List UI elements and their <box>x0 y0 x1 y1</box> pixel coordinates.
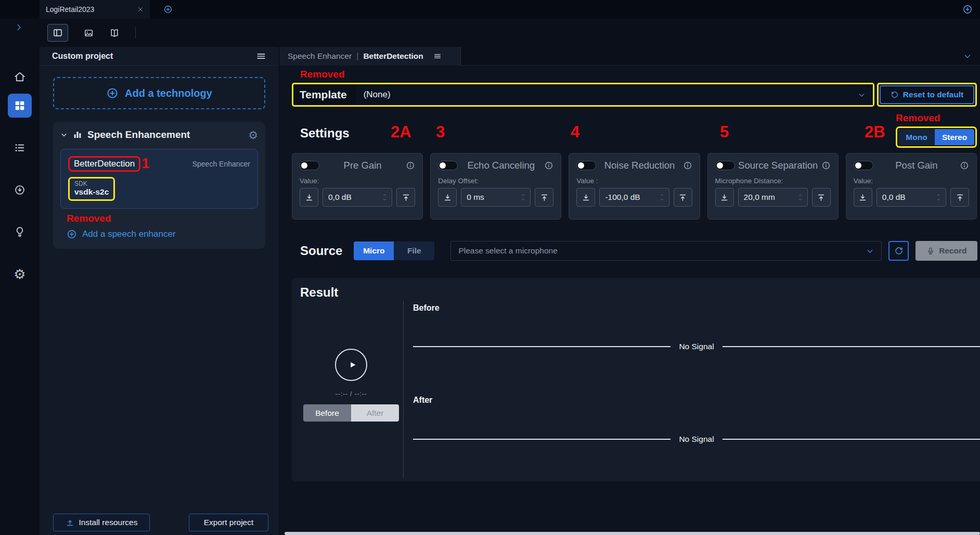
chevron-down-icon[interactable] <box>520 198 526 201</box>
chevron-down-icon[interactable] <box>936 198 942 201</box>
add-speech-enhancer-button[interactable]: Add a speech enhancer <box>67 229 176 239</box>
nav-rail: ⚙ <box>0 19 40 535</box>
expand-rail-icon[interactable] <box>15 23 23 31</box>
import-icon <box>582 193 590 202</box>
import-value-button[interactable] <box>576 188 595 207</box>
export-value-button[interactable] <box>396 188 415 207</box>
export-project-label: Export project <box>204 518 254 527</box>
post-gain-enable-toggle[interactable] <box>854 161 873 170</box>
nav-tips[interactable] <box>14 226 25 237</box>
refresh-icon <box>894 246 904 256</box>
annotation-marker-3: 3 <box>436 123 445 142</box>
source-separation-enable-toggle[interactable] <box>715 161 735 170</box>
play-button[interactable] <box>335 349 367 381</box>
reset-icon <box>891 91 899 99</box>
value-stepper[interactable] <box>381 193 389 201</box>
info-icon[interactable] <box>406 161 415 170</box>
microphone-select[interactable]: Please select a microphone <box>450 241 882 261</box>
import-value-button[interactable] <box>438 188 457 207</box>
source-title: Source <box>300 244 342 258</box>
chevron-down-icon[interactable] <box>797 198 803 201</box>
import-icon <box>443 193 452 202</box>
speech-enhancement-group: Speech Enhancement ⚙ BetterDetection 1 S… <box>53 122 265 249</box>
enhancer-item-card[interactable]: BetterDetection 1 Speech Enhancer SDK vs… <box>60 149 258 209</box>
chevron-up-icon[interactable] <box>520 193 526 197</box>
documentation-button[interactable] <box>109 28 120 38</box>
after-waveform: No Signal <box>413 435 980 444</box>
chevron-down-icon[interactable] <box>382 198 388 201</box>
play-icon <box>346 359 358 371</box>
refresh-devices-button[interactable] <box>888 241 909 261</box>
install-resources-button[interactable]: Install resources <box>53 514 150 531</box>
settings-card-pre-gain: Pre Gain Value: 0,0 dB <box>292 153 423 220</box>
value-input[interactable]: -100,0 dB <box>599 188 669 207</box>
nav-playlist[interactable] <box>14 142 25 154</box>
editor-tab[interactable]: Speech Enhancer | BetterDetection <box>279 47 461 66</box>
chevron-up-icon[interactable] <box>659 193 665 197</box>
horizontal-scrollbar[interactable] <box>285 532 980 535</box>
after-waveform-label: After <box>413 396 980 405</box>
chevron-up-icon[interactable] <box>382 193 388 197</box>
settings-card-echo-canceling: Echo Canceling Delay Offset: 0 ms <box>430 153 561 220</box>
info-icon[interactable] <box>821 161 831 170</box>
value-stepper[interactable] <box>796 193 804 201</box>
signal-line <box>413 346 670 347</box>
new-tab-icon[interactable] <box>163 5 173 14</box>
echo-canceling-enable-toggle[interactable] <box>438 161 458 170</box>
record-button[interactable]: Record <box>915 241 977 261</box>
nav-home[interactable] <box>14 71 26 83</box>
before-view-button[interactable]: Before <box>303 404 351 422</box>
result-title: Result <box>300 285 980 300</box>
close-tab-icon[interactable] <box>137 6 144 12</box>
import-value-button[interactable] <box>715 188 734 207</box>
annotation-removed-channel: Removed <box>896 112 940 124</box>
microphone-select-placeholder: Please select a microphone <box>458 246 557 256</box>
chevron-up-icon[interactable] <box>797 193 803 197</box>
after-view-button[interactable]: After <box>351 404 399 422</box>
pre-gain-enable-toggle[interactable] <box>300 161 319 170</box>
export-project-button[interactable]: Export project <box>189 514 268 531</box>
reset-to-default-button[interactable]: Reset to default <box>880 85 974 104</box>
download-icon[interactable] <box>962 4 973 15</box>
nav-downloads[interactable] <box>14 184 25 196</box>
source-file-button[interactable]: File <box>394 241 434 260</box>
annotation-red-box: BetterDetection <box>68 156 140 172</box>
info-icon[interactable] <box>544 161 553 170</box>
add-technology-button[interactable]: Add a technology <box>53 77 265 109</box>
value-input[interactable]: 0,0 dB <box>323 188 392 207</box>
import-value-button[interactable] <box>300 188 318 207</box>
panel-toggle-button[interactable] <box>47 24 68 42</box>
value-stepper[interactable] <box>519 193 527 201</box>
info-icon[interactable] <box>960 161 969 170</box>
value-input[interactable]: 20,0 mm <box>738 188 808 207</box>
export-value-button[interactable] <box>674 188 692 207</box>
value-input[interactable]: 0,0 dB <box>876 188 946 207</box>
source-micro-button[interactable]: Micro <box>354 241 394 260</box>
tab-list-chevron-icon[interactable] <box>963 52 972 60</box>
nav-projects[interactable] <box>8 94 32 118</box>
template-select[interactable]: (None) <box>356 84 873 105</box>
group-settings-icon[interactable]: ⚙ <box>248 130 258 141</box>
export-value-button[interactable] <box>535 188 553 207</box>
project-tab[interactable]: LogiRetail2023 <box>40 0 150 19</box>
mono-toggle-button[interactable]: Mono <box>898 129 935 145</box>
value-stepper[interactable] <box>658 193 666 201</box>
nav-settings[interactable]: ⚙ <box>14 268 25 281</box>
value-input[interactable]: 0 ms <box>461 188 531 207</box>
param-label: Delay Offset: <box>438 177 553 185</box>
stereo-toggle-button[interactable]: Stereo <box>935 129 974 145</box>
param-label: Value: <box>300 177 415 185</box>
editor-tab-menu-icon[interactable] <box>433 52 442 60</box>
noise-reduction-enable-toggle[interactable] <box>576 161 596 170</box>
import-value-button[interactable] <box>854 188 872 207</box>
value-stepper[interactable] <box>935 193 943 201</box>
chevron-down-icon[interactable] <box>659 198 665 201</box>
export-value-button[interactable] <box>812 188 831 207</box>
capture-button[interactable] <box>84 28 94 38</box>
info-icon[interactable] <box>683 161 692 170</box>
panel-menu-icon[interactable] <box>256 51 266 61</box>
export-value-button[interactable] <box>950 188 969 207</box>
chevron-up-icon[interactable] <box>936 193 942 197</box>
settings-card-post-gain: Post Gain Value: 0,0 dB <box>846 153 977 220</box>
group-header[interactable]: Speech Enhancement ⚙ <box>60 129 258 141</box>
